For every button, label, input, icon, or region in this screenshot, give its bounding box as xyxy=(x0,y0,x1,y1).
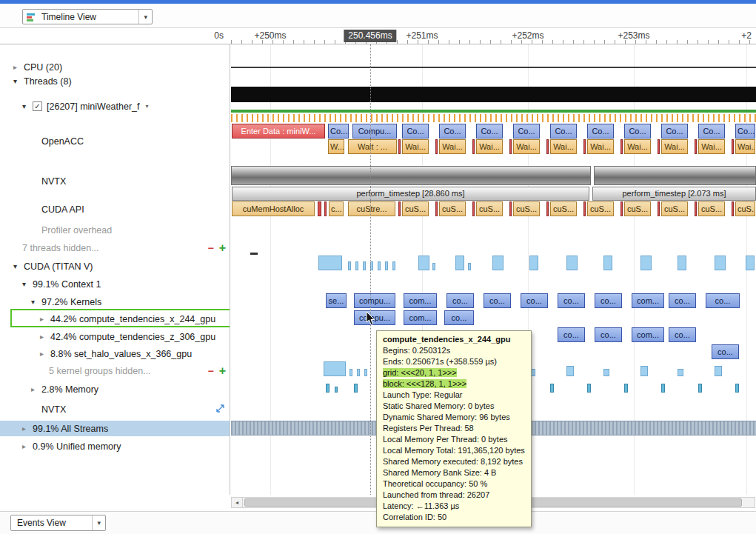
timeline-bar-kernels[interactable]: se... xyxy=(326,293,347,308)
timeline-bar-openacc-wait[interactable]: Wai... xyxy=(735,139,755,154)
timeline-bar-openacc-wait[interactable] xyxy=(398,139,401,154)
timeline-bar-memory[interactable] xyxy=(354,384,358,393)
timeline-bar-nvtx-ranges[interactable] xyxy=(231,166,591,185)
tree-row-44-2-compute-tendencies-x-244-gpu[interactable]: ▸44.2% compute_tendencies_x_244_gpu xyxy=(0,311,230,327)
timeline-bar-kernels[interactable]: co... xyxy=(669,293,696,308)
timeline-bar-gpu-activity[interactable] xyxy=(318,256,342,270)
timeline-bar-gpu-activity[interactable] xyxy=(640,256,652,270)
tree-row-8-8-set-halo-values-x-366-gpu[interactable]: ▸8.8% set_halo_values_x_366_gpu xyxy=(0,346,230,361)
timeline-bar-memory[interactable] xyxy=(661,384,665,393)
timeline-bar-cuda-api[interactable]: cuS... xyxy=(439,201,466,216)
timeline-bar-kernel-z306[interactable]: co... xyxy=(558,327,585,342)
tree-row-cuda-titan-v[interactable]: ▾CUDA (TITAN V) xyxy=(0,258,230,274)
timeline-bar-kernel-groups-hidden[interactable] xyxy=(715,366,722,376)
timeline-bar-kernels[interactable]: co... xyxy=(706,293,740,308)
timeline-bar-kernels[interactable]: com... xyxy=(404,293,437,308)
collapse-icon[interactable]: ▾ xyxy=(31,298,41,306)
timeline-bar-cuda-api[interactable] xyxy=(546,201,549,216)
timeline-bar-kernel-groups-hidden[interactable] xyxy=(349,369,352,376)
timeline-bar-openacc-wait[interactable] xyxy=(583,139,586,154)
tree-row-42-4-compute-tendencies-z-306-gpu[interactable]: ▸42.4% compute_tendencies_z_306_gpu xyxy=(0,329,230,344)
timeline-bar-kernels[interactable]: compu... xyxy=(354,293,395,308)
collapse-icon[interactable]: ▾ xyxy=(22,102,33,110)
timeline-bar-cuda-api[interactable]: cuStre... xyxy=(348,201,395,216)
timeline-bar-memory[interactable] xyxy=(624,384,628,393)
timeline-bar-gpu-activity[interactable] xyxy=(455,256,464,270)
add-icon[interactable]: + xyxy=(219,244,226,253)
timeline-bar-cuda-api[interactable]: cuS... xyxy=(735,201,755,216)
timeline-bar-openacc-wait[interactable]: Wait : ... xyxy=(348,139,397,154)
collapse-icon[interactable]: ▾ xyxy=(13,77,24,85)
expand-icon[interactable]: ▸ xyxy=(22,424,33,433)
timeline-bar-gpu-activity[interactable] xyxy=(715,256,726,270)
timeline-bar-cuda-api[interactable]: cuS... xyxy=(402,201,429,216)
timeline-bar-cuda-api[interactable]: cuS... xyxy=(624,201,651,216)
timeline-bar-cuda-api[interactable] xyxy=(695,201,697,216)
tree-row-7-threads-hidden[interactable]: 7 threads hidden...−+ xyxy=(0,240,230,256)
tree-row-threads-8[interactable]: ▾Threads (8) xyxy=(0,73,230,89)
timeline-bar-openacc-compute[interactable]: Co... xyxy=(587,124,614,138)
timeline-bar-kernel-groups-hidden[interactable] xyxy=(640,366,648,376)
timeline-bar-gpu-activity[interactable] xyxy=(678,256,686,270)
timeline-bar-memory[interactable] xyxy=(326,384,330,393)
timeline-bar-gpu-activity[interactable] xyxy=(378,261,381,270)
timeline-bar-cuda-api[interactable]: cuS... xyxy=(513,201,540,216)
timeline-bar-memory[interactable] xyxy=(698,384,702,393)
timeline-bar-gpu-activity[interactable] xyxy=(418,256,429,270)
timeline-bar-openacc-compute[interactable]: Co... xyxy=(624,124,651,138)
timeline-bar-kernels[interactable]: co... xyxy=(446,293,474,308)
timeline-bar-cuda-api[interactable] xyxy=(583,201,586,216)
timeline-bar-openacc-wait[interactable] xyxy=(509,139,512,154)
timeline-bar-kernel-z306[interactable]: co... xyxy=(669,327,696,342)
timeline-bar-openacc-compute[interactable]: Co... xyxy=(698,124,725,138)
timeline-bar-kernels[interactable]: com... xyxy=(632,293,664,308)
timeline-bar-kernel-groups-hidden[interactable] xyxy=(357,369,360,376)
timeline-bar-nvtx-ranges[interactable] xyxy=(594,166,756,185)
timeline-bar-cuda-api[interactable] xyxy=(732,201,734,216)
timeline-bar-cpu-row-line[interactable] xyxy=(231,67,756,68)
timeline-bar-openacc-wait[interactable]: Wai... xyxy=(402,139,429,154)
row-checkbox[interactable]: ✓ xyxy=(33,101,42,111)
timeline-bar-hidden-threads-marker[interactable] xyxy=(250,253,258,255)
timeline-bar-kernel-x244[interactable]: co... xyxy=(444,310,474,325)
timeline-bar-kernel-halo[interactable]: co... xyxy=(712,344,739,359)
tree-row-99-1-all-streams[interactable]: ▸99.1% All Streams xyxy=(0,421,230,436)
timeline-bar-thread-green-line[interactable] xyxy=(231,110,756,113)
timeline-bar-kernel-groups-hidden[interactable] xyxy=(566,366,574,376)
expand-icon[interactable]: ▸ xyxy=(40,315,50,323)
timeline-bar-cuda-api[interactable] xyxy=(318,201,321,216)
timeline-bar-openacc-wait[interactable]: Wai... xyxy=(550,139,577,154)
dropdown-caret-icon[interactable]: ▾ xyxy=(146,103,149,110)
timeline-bar-openacc-wait[interactable]: W... xyxy=(328,139,344,154)
tree-row-2-8-memory[interactable]: ▸2.8% Memory xyxy=(0,381,230,397)
timeline-bar-nvtx-timestep[interactable]: perform_timestep [2.073 ms] xyxy=(592,187,756,201)
timeline-bar-gpu-activity[interactable] xyxy=(492,256,504,270)
expand-icon[interactable]: ▸ xyxy=(40,350,50,358)
timeline-bar-nvtx-timestep[interactable]: perform_timestep [28.860 ms] xyxy=(232,187,589,201)
timeline-bar-cuda-api[interactable] xyxy=(509,201,512,216)
timeline-bar-openacc-wait[interactable] xyxy=(546,139,549,154)
timeline-bar-gpu-activity[interactable] xyxy=(348,261,351,270)
timeline-bar-openacc-tick-strip[interactable] xyxy=(231,114,756,122)
timeline-bar-gpu-activity[interactable] xyxy=(355,261,358,270)
timeline-bar-openacc-compute[interactable]: Co... xyxy=(513,124,540,138)
timeline-bar-gpu-activity[interactable] xyxy=(432,263,435,270)
timeline-bar-cuda-api[interactable]: cuS... xyxy=(587,201,614,216)
tree-row-profiler-overhead[interactable]: Profiler overhead xyxy=(0,222,230,238)
expand-icon[interactable]: ▸ xyxy=(31,385,41,393)
timeline-bar-openacc-compute[interactable]: Co... xyxy=(550,124,577,138)
timeline-bar-openacc-wait[interactable] xyxy=(658,139,660,154)
timeline-bar-openacc-wait[interactable] xyxy=(620,139,623,154)
timeline-view-dropdown[interactable]: Timeline View ▾ xyxy=(22,9,153,24)
timeline-bar-openacc-compute[interactable]: Co... xyxy=(661,124,688,138)
timeline-bar-cuda-api[interactable] xyxy=(658,201,660,216)
timeline-bar-kernels[interactable]: co... xyxy=(521,293,548,308)
tree-row-openacc[interactable]: OpenACC xyxy=(0,133,230,149)
collapse-icon[interactable]: ▾ xyxy=(22,280,33,288)
events-view-dropdown[interactable]: Events View ▾ xyxy=(10,515,106,531)
timeline-bar-openacc-compute[interactable]: Co... xyxy=(439,124,466,138)
timeline-bar-openacc-wait[interactable]: Wai... xyxy=(513,139,540,154)
timeline-bar-cuda-api[interactable] xyxy=(620,201,623,216)
timeline-bar-kernel-groups-hidden[interactable] xyxy=(364,369,367,376)
timeline-bar-kernel-z306[interactable]: com... xyxy=(632,327,664,342)
